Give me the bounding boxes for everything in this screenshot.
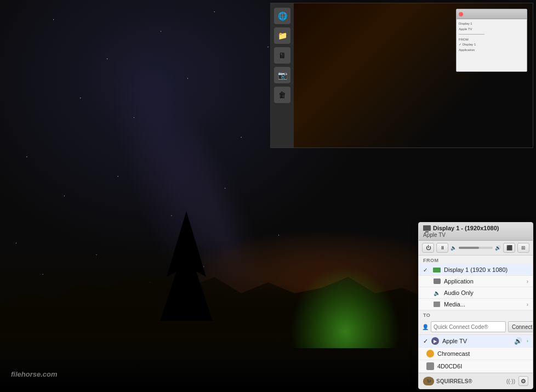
person-icon: 👤 xyxy=(422,324,429,330)
chevron-right-icon: › xyxy=(527,279,528,285)
brand-label: SQUIRRELS® xyxy=(436,378,472,384)
taskbar-icon-1: 🌐 xyxy=(274,8,290,24)
panel-subtitle: Apple TV xyxy=(423,232,528,238)
squirrel-icon: 🐿 xyxy=(423,377,434,385)
application-item-icon xyxy=(433,279,441,284)
appletv-label: Apple TV xyxy=(442,338,467,344)
device-chromecast[interactable]: Chromecast xyxy=(419,348,533,360)
audio-icon: 🔈 xyxy=(434,290,440,296)
taskbar: 🌐 📁 🖥 📷 🗑 xyxy=(271,3,294,147)
from-display1-item[interactable]: ✓ Display 1 (1920 x 1080) xyxy=(419,264,533,276)
display-item-icon xyxy=(433,267,441,272)
chromecast-icon xyxy=(426,350,434,357)
pause-button[interactable]: ⏸ xyxy=(436,243,448,253)
panel-title-row: Display 1 - (1920x1080) xyxy=(423,225,528,231)
cursor-button[interactable]: ⬛ xyxy=(503,243,515,253)
device4d-icon xyxy=(426,362,434,370)
quick-connect-input[interactable] xyxy=(431,321,506,332)
from-media-item[interactable]: Media... › xyxy=(419,299,533,310)
nested-preview-title xyxy=(457,9,527,19)
taskbar-icon-4: 📷 xyxy=(274,67,290,83)
squirrels-logo: 🐿 SQUIRRELS® xyxy=(423,377,472,385)
audio-item-icon: 🔈 xyxy=(433,290,441,296)
nested-preview: Display 1 Apple TV ─────────── FROM ✓ Di… xyxy=(456,9,527,72)
footer-right: ((·)) ⚙ xyxy=(506,376,528,386)
chromecast-label: Chromecast xyxy=(437,350,470,357)
device-appletv[interactable]: ✓ ▶ Apple TV 🔊 › xyxy=(419,335,533,348)
from-audio-item[interactable]: 🔈 Audio Only xyxy=(419,287,533,299)
from-display1-label: Display 1 (1920 x 1080) xyxy=(444,266,508,273)
expand-button[interactable]: ⊞ xyxy=(517,243,529,253)
taskbar-icon-3: 🖥 xyxy=(274,47,290,64)
volume-high-icon: 🔊 xyxy=(495,245,501,251)
to-label: TO xyxy=(419,310,533,319)
from-audio-label: Audio Only xyxy=(444,289,474,296)
from-label: FROM xyxy=(419,255,533,264)
panel-footer: 🐿 SQUIRRELS® ((·)) ⚙ xyxy=(419,373,533,389)
quick-connect-row: 👤 Connect xyxy=(419,319,533,335)
tent-glow xyxy=(290,266,400,348)
power-button[interactable]: ⏻ xyxy=(422,243,434,253)
panel-title: Display 1 - (1920x1080) xyxy=(433,225,499,231)
device4d-label: 4D0CD6I xyxy=(437,363,462,370)
media-item-icon xyxy=(433,302,441,307)
controls-row: ⏻ ⏸ 🔈 🔊 ⬛ ⊞ xyxy=(419,241,533,255)
folder-icon xyxy=(434,279,441,284)
appletv-signal-icon: › xyxy=(527,338,528,344)
from-application-item[interactable]: Application › xyxy=(419,276,533,287)
connect-button[interactable]: Connect xyxy=(508,321,533,332)
nested-preview-content: Display 1 Apple TV ─────────── FROM ✓ Di… xyxy=(457,19,527,71)
volume-fill xyxy=(459,247,479,249)
appletv-volume-icon: 🔊 xyxy=(514,337,522,345)
settings-button[interactable]: ⚙ xyxy=(518,376,528,386)
panel-header: Display 1 - (1920x1080) Apple TV xyxy=(419,223,533,241)
main-panel: Display 1 - (1920x1080) Apple TV ⏻ ⏸ 🔈 🔊… xyxy=(418,222,533,389)
monitor-icon xyxy=(433,268,441,272)
watermark-text: filehorse.com xyxy=(11,370,58,378)
taskbar-icon-5: 🗑 xyxy=(274,87,290,103)
preview-desktop: Display 1 Apple TV ─────────── FROM ✓ Di… xyxy=(294,3,533,147)
volume-slider[interactable] xyxy=(459,247,493,249)
from-application-label: Application xyxy=(444,278,474,285)
chevron-right-media-icon: › xyxy=(527,302,528,308)
volume-low-icon: 🔈 xyxy=(451,245,457,251)
from-media-label: Media... xyxy=(444,301,465,308)
preview-window: 🌐 📁 🖥 📷 🗑 Display 1 Apple TV ───────────… xyxy=(270,3,533,148)
close-dot xyxy=(459,12,463,16)
device-4d[interactable]: 4D0CD6I xyxy=(419,360,533,373)
check-icon: ✓ xyxy=(423,267,430,273)
appletv-icon: ▶ xyxy=(431,337,439,345)
display-icon xyxy=(423,225,431,231)
taskbar-icon-2: 📁 xyxy=(274,27,290,44)
signal-icon: ((·)) xyxy=(506,378,515,384)
media-icon xyxy=(434,302,440,307)
appletv-check: ✓ xyxy=(423,338,428,345)
watermark: filehorse.com xyxy=(11,370,58,378)
